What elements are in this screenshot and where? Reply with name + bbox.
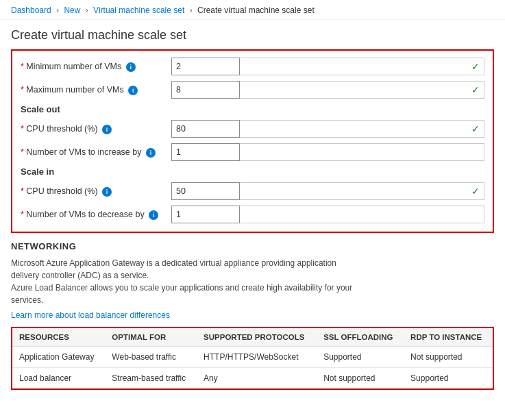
- min-vms-right-area: ✓: [240, 58, 484, 75]
- breadcrumb: Dashboard › New › Virtual machine scale …: [0, 0, 505, 20]
- row2-supported-protocols: Any: [197, 368, 317, 389]
- vms-increase-label: Number of VMs to increase by: [26, 147, 141, 157]
- row1-ssl-offloading: Supported: [317, 347, 404, 368]
- vms-decrease-input[interactable]: [171, 206, 240, 223]
- row1-resources: Application Gateway: [12, 347, 105, 368]
- max-vms-row: * Maximum number of VMs i ✓: [21, 81, 484, 99]
- row1-supported-protocols: HTTP/HTTPS/WebSocket: [197, 347, 317, 368]
- row2-ssl-offloading: Not supported: [317, 368, 404, 389]
- cpu-threshold-out-input[interactable]: [171, 120, 240, 138]
- vms-decrease-row: * Number of VMs to decrease by i: [21, 206, 484, 223]
- vms-increase-input[interactable]: [171, 143, 240, 161]
- breadcrumb-dashboard[interactable]: Dashboard: [11, 5, 51, 15]
- vms-increase-right-area: [240, 143, 484, 161]
- cpu-threshold-in-label: CPU threshold (%): [26, 186, 97, 196]
- vms-decrease-label: Number of VMs to decrease by: [26, 210, 144, 219]
- max-vms-check-icon: ✓: [471, 84, 480, 95]
- networking-desc-line1: Microsoft Azure Application Gateway is a…: [11, 258, 336, 268]
- min-vms-info-icon[interactable]: i: [126, 62, 136, 72]
- vms-increase-row: * Number of VMs to increase by i: [21, 143, 484, 161]
- networking-desc-line2: delivery controller (ADC) as a service.: [11, 271, 149, 280]
- scale-out-heading: Scale out: [21, 104, 484, 114]
- vms-decrease-info-icon[interactable]: i: [149, 210, 158, 220]
- networking-desc-line3: Azure Load Balancer allows you to scale …: [11, 283, 352, 293]
- cpu-threshold-out-check-icon: ✓: [471, 123, 480, 134]
- min-vms-check-icon: ✓: [471, 61, 480, 72]
- col-ssl-offloading: SSL OFFLOADING: [317, 328, 404, 347]
- load-balancer-link[interactable]: Learn more about load balancer differenc…: [11, 310, 494, 320]
- min-vms-row: * Minimum number of VMs i ✓: [21, 58, 484, 75]
- col-resources: RESOURCES: [12, 328, 105, 347]
- cpu-threshold-out-row: * CPU threshold (%) i ✓: [21, 120, 484, 138]
- max-vms-right-area: ✓: [240, 81, 484, 99]
- col-optimal-for: OPTIMAL FOR: [105, 328, 197, 347]
- networking-table-container: RESOURCES OPTIMAL FOR SUPPORTED PROTOCOL…: [11, 327, 494, 390]
- cpu-threshold-out-info-icon[interactable]: i: [102, 125, 112, 134]
- breadcrumb-vmss[interactable]: Virtual machine scale set: [93, 5, 184, 15]
- col-rdp-to-instance: RDP TO INSTANCE: [404, 328, 493, 347]
- vms-decrease-right-area: [240, 206, 484, 223]
- breadcrumb-current: Create virtual machine scale set: [197, 5, 315, 15]
- cpu-threshold-out-label: CPU threshold (%): [26, 124, 97, 134]
- cpu-threshold-in-right-area: ✓: [240, 182, 484, 200]
- cpu-threshold-in-info-icon[interactable]: i: [102, 187, 112, 197]
- networking-desc-line4: services.: [11, 295, 43, 305]
- networking-heading: NETWORKING: [11, 241, 494, 251]
- row1-optimal-for: Web-based traffic: [105, 347, 197, 368]
- page-title: Create virtual machine scale set: [0, 20, 505, 49]
- row2-rdp-to-instance: Supported: [404, 368, 493, 389]
- row2-optimal-for: Stream-based traffic: [105, 368, 197, 389]
- row1-rdp-to-instance: Not supported: [404, 347, 493, 368]
- scale-in-heading: Scale in: [21, 166, 484, 177]
- networking-table: RESOURCES OPTIMAL FOR SUPPORTED PROTOCOL…: [12, 328, 493, 388]
- max-vms-info-icon[interactable]: i: [128, 86, 138, 95]
- cpu-threshold-in-row: * CPU threshold (%) i ✓: [21, 182, 484, 200]
- col-supported-protocols: SUPPORTED PROTOCOLS: [197, 328, 317, 347]
- cpu-threshold-in-input[interactable]: [171, 182, 240, 200]
- breadcrumb-new[interactable]: New: [64, 5, 80, 15]
- max-vms-label: Maximum number of VMs: [26, 85, 123, 95]
- vms-increase-info-icon[interactable]: i: [146, 148, 156, 158]
- networking-section: NETWORKING Microsoft Azure Application G…: [11, 241, 494, 390]
- table-row: Application Gateway Web-based traffic HT…: [12, 347, 493, 368]
- max-vms-input[interactable]: [171, 81, 240, 99]
- networking-description: Microsoft Azure Application Gateway is a…: [11, 257, 494, 306]
- cpu-threshold-out-right-area: ✓: [240, 120, 484, 138]
- table-row: Load balancer Stream-based traffic Any N…: [12, 368, 493, 389]
- table-header-row: RESOURCES OPTIMAL FOR SUPPORTED PROTOCOL…: [12, 328, 493, 347]
- cpu-threshold-in-check-icon: ✓: [471, 186, 480, 197]
- min-vms-label: Minimum number of VMs: [26, 62, 121, 71]
- row2-resources: Load balancer: [12, 368, 105, 389]
- min-vms-input[interactable]: [171, 58, 240, 75]
- scaling-form: * Minimum number of VMs i ✓ * Maximum nu…: [11, 49, 494, 233]
